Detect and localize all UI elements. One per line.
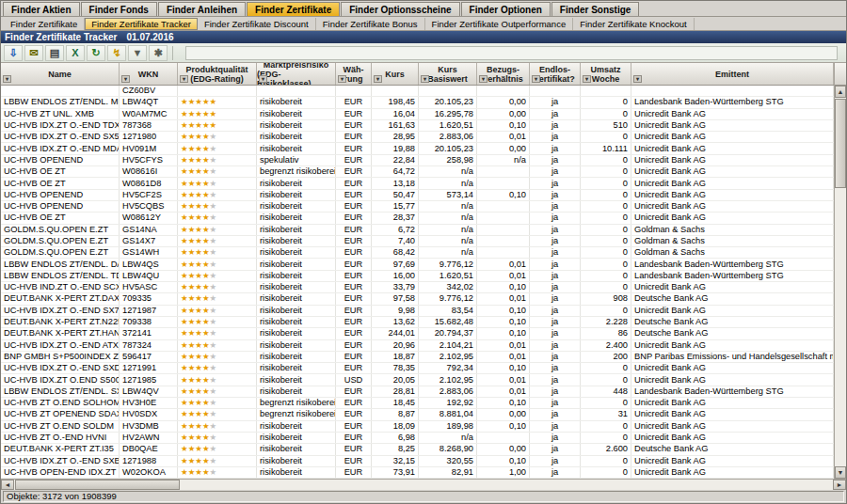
sort-icon[interactable]	[633, 75, 642, 83]
table-row[interactable]: UC-HVB IDX.ZT O.-END SXDE1271991★★★★★ris…	[1, 363, 834, 374]
vertical-scroll-track[interactable]	[835, 98, 846, 466]
filter-icon[interactable]: ▼	[128, 45, 147, 61]
rating-star-icon: ★	[195, 364, 202, 372]
cell-rating: ★★★★★	[178, 97, 257, 107]
sort-icon[interactable]	[479, 75, 487, 83]
tab-finder-zertifikate-bonus[interactable]: Finder Zertifikate Bonus	[316, 18, 425, 30]
table-row[interactable]: UC-HVB ZT OPENEND SDAXIHV0SDX★★★★★begren…	[1, 409, 834, 420]
scroll-down-button[interactable]: ▼	[835, 466, 846, 479]
table-row[interactable]: LBBW ENDLOS ZT/ENDL. SX5ELBW4QV★★★★★risi…	[1, 386, 834, 398]
tab-finder-aktien[interactable]: Finder Aktien	[3, 2, 80, 16]
cell-issuer: Unicredit Bank AG	[631, 421, 834, 432]
excel-export-icon[interactable]: X	[66, 45, 85, 61]
table-row[interactable]: UC-HVB OPEN-END IDX.ZTW02OKOA★★★★★risiko…	[1, 467, 834, 479]
table-row[interactable]: UC-HVB IDX.ZT O.-END SX5E1271980★★★★★ris…	[1, 132, 834, 143]
tab-finder-optionen[interactable]: Finder Optionen	[461, 2, 551, 16]
column-header-name[interactable]: Name	[1, 63, 120, 85]
rating-star-icon: ★	[195, 110, 202, 118]
table-row[interactable]: UC-HVB ZT UNL. XMBW0AM7MC★★★★★risikobere…	[1, 109, 834, 120]
settings-icon[interactable]: ✱	[149, 45, 168, 61]
table-row[interactable]: LBBW ENDLOS ZT/ENDL. MDAXLBW4QT★★★★★risi…	[1, 97, 834, 108]
table-row[interactable]: GOLDM.S.QU.OPEN E.ZTGS14WH★★★★★risikober…	[1, 247, 834, 259]
refresh-icon[interactable]: ↻	[87, 45, 105, 61]
cell-endless: ja	[530, 444, 581, 454]
table-row[interactable]: UC-HVB OPENENDHV5CF2S★★★★★risikobereitEU…	[1, 190, 834, 201]
cell-currency: EUR	[336, 225, 372, 235]
table-row[interactable]: UC-HVB OE ZTW08612Y★★★★★risikobereitEUR2…	[1, 213, 834, 224]
tab-finder-sonstige[interactable]: Finder Sonstige	[551, 2, 640, 16]
table-row[interactable]: UC-HVB ZT O.-END HVNIHV2AWN★★★★★risikobe…	[1, 433, 834, 444]
rating-star-icon: ★	[188, 307, 196, 315]
sort-icon[interactable]	[421, 75, 429, 83]
scroll-left-button[interactable]: ◄	[1, 480, 14, 490]
table-row[interactable]: LBBW ENDLOS ZT/ENDL. TDXPLBW4QU★★★★★risi…	[1, 271, 834, 282]
cell-risk: risikobereit	[257, 247, 336, 258]
sort-icon[interactable]	[180, 75, 188, 83]
column-header-issuer[interactable]: Emittent	[631, 63, 834, 85]
tab-finder-zertifikate-outperformance[interactable]: Finder Zertifikate Outperformance	[425, 18, 574, 30]
sort-icon[interactable]	[583, 75, 591, 83]
table-row[interactable]: GOLDM.S.QU.OPEN E.ZTGS14X7★★★★★risikober…	[1, 236, 834, 247]
table-row[interactable]: GOLDM.S.QU.OPEN E.ZTGS14NA★★★★★risikober…	[1, 225, 834, 236]
table-row[interactable]: UC-HVB IDX.ZT O.END S5001271985★★★★★risi…	[1, 374, 834, 386]
tab-finder-optionsscheine[interactable]: Finder Optionsscheine	[341, 2, 459, 16]
table-row[interactable]: UC-HVB OPENENDHV5CQBS★★★★★risikobereitEU…	[1, 201, 834, 213]
horizontal-scroll-thumb[interactable]	[15, 480, 180, 490]
lightning-icon[interactable]: ↯	[107, 45, 126, 61]
column-header-currency[interactable]: Wäh-rung	[336, 63, 372, 85]
column-header-volume[interactable]: UmsatzWoche	[581, 63, 631, 85]
sort-icon[interactable]	[374, 75, 382, 83]
vertical-scroll-thumb[interactable]	[835, 99, 846, 188]
column-header-wkn[interactable]: WKN	[120, 63, 178, 85]
table-row[interactable]: DEUT.BANK X-PERT ZT.I35DB0QAE★★★★★risiko…	[1, 444, 834, 455]
table-row[interactable]: UC-HVB ZT O.END SOLDMHV3DMB★★★★★risikobe…	[1, 421, 834, 433]
export-icon[interactable]: ⇩	[4, 45, 23, 61]
table-row[interactable]: LBBW ENDLOS ZT/ENDL. DAXLBW4QS★★★★★risik…	[1, 259, 834, 270]
tab-finder-zertifikate[interactable]: Finder Zertifikate	[4, 18, 85, 30]
table-row[interactable]: UC-HVB OPENENDHV5CFYS★★★★★spekulativEUR2…	[1, 155, 834, 166]
sort-icon[interactable]	[121, 75, 130, 83]
table-row[interactable]: BNP GMBH S+P500INDEX ZT.596417★★★★★risik…	[1, 352, 834, 363]
table-row[interactable]: UC-HVB IDX.ZT O.-END SXBP1271988★★★★★ris…	[1, 456, 834, 467]
sort-icon[interactable]	[532, 75, 540, 83]
print-icon[interactable]: ▤	[45, 45, 64, 61]
table-row[interactable]: DEUT.BANK X-PERT ZT.DAX709335★★★★★risiko…	[1, 293, 834, 305]
table-row[interactable]: UC-HVB IDX.ZT O.-END MDAXHV091M★★★★★risi…	[1, 143, 834, 154]
table-row[interactable]: DEUT.BANK X-PERT ZT.HANG372141★★★★★risik…	[1, 328, 834, 339]
cell-ratio	[477, 201, 530, 212]
sort-icon[interactable]	[338, 75, 346, 83]
vertical-scrollbar[interactable]: ▲ ▼	[834, 63, 846, 479]
table-row[interactable]: CZ60BV	[1, 86, 834, 97]
cell-endless: ja	[530, 363, 581, 373]
table-row[interactable]: DEUT.BANK X-PERT ZT.N225709338★★★★★risik…	[1, 317, 834, 328]
table-row[interactable]: UC-HVB IDX.ZT O.-END ATX787324★★★★★risik…	[1, 340, 834, 352]
tab-finder-zertifikate-tracker[interactable]: Finder Zertifikate Tracker	[85, 18, 198, 30]
column-header-rating[interactable]: Produktqualität(EDG-Rating)	[178, 63, 257, 85]
column-header-price[interactable]: Kurs	[372, 63, 419, 85]
sort-icon[interactable]	[3, 75, 11, 83]
rating-star-icon: ★	[195, 133, 202, 141]
mail-icon[interactable]: ✉	[24, 45, 43, 61]
tab-finder-zertifikate-knockout[interactable]: Finder Zertifikate Knockout	[573, 18, 695, 30]
scroll-right-button[interactable]: ►	[833, 480, 846, 490]
table-row[interactable]: UC-HVB OE ZTW0861D8★★★★★risikobereitEUR1…	[1, 178, 834, 189]
table-row[interactable]: UC-HVB OE ZTW08616I★★★★★begrenzt risikob…	[1, 166, 834, 178]
cell-rating: ★★★★★	[178, 271, 257, 281]
column-header-ratio[interactable]: Bezugs-verhältnis	[477, 63, 530, 85]
tab-finder-zertifikate-discount[interactable]: Finder Zertifikate Discount	[198, 18, 316, 30]
table-row[interactable]: UC-HVB ZT O.END SOLHOMEHV3H0E★★★★★begren…	[1, 398, 834, 409]
column-header-endless[interactable]: Endlos-zertifikat?	[530, 63, 581, 85]
tab-finder-zertifikate[interactable]: Finder Zertifikate	[247, 2, 340, 16]
tab-finder-anleihen[interactable]: Finder Anleihen	[158, 2, 246, 16]
horizontal-scroll-track[interactable]	[14, 480, 833, 490]
column-header-base_price[interactable]: KursBasiswert	[419, 63, 477, 85]
cell-name: LBBW ENDLOS ZT/ENDL. TDXP	[1, 271, 120, 281]
table-row[interactable]: UC-HVB IDX.ZT O.-END TDXP787368★★★★★risi…	[1, 120, 834, 132]
sort-icon[interactable]	[259, 75, 267, 83]
scroll-up-button[interactable]: ▲	[835, 86, 846, 98]
table-row[interactable]: UC-HVB IND.ZT O.-END SCXTHV5ASC★★★★★risi…	[1, 282, 834, 293]
tab-finder-fonds[interactable]: Finder Fonds	[81, 2, 157, 16]
column-header-risk[interactable]: Marktpreisrisiko(EDG-Risikoklasse)	[257, 63, 336, 85]
table-row[interactable]: UC-HVB IDX.ZT O.-END SX7E1271987★★★★★ris…	[1, 306, 834, 317]
horizontal-scrollbar[interactable]: ◄ ►	[1, 479, 846, 490]
